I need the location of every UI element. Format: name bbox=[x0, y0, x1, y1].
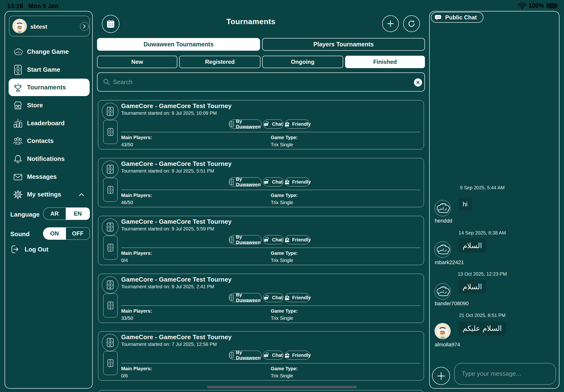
tournament-title: GameCore - GameCore Test Tourney bbox=[121, 276, 232, 283]
refresh-icon bbox=[407, 19, 416, 28]
message-timestamp: 21 Oct 2025, 8:51 PM bbox=[434, 313, 530, 318]
language-option-en[interactable]: EN bbox=[66, 208, 90, 220]
badge-by-duwaween: By Duwaween bbox=[229, 293, 261, 302]
horizontal-scrollbar[interactable] bbox=[207, 386, 357, 388]
tournament-start-date: Tournament started on: 9 Jul 2025, 5:59 … bbox=[121, 226, 214, 232]
filter-new[interactable]: New bbox=[97, 56, 177, 68]
podium-icon bbox=[13, 118, 23, 129]
calendar-button[interactable] bbox=[102, 15, 120, 33]
trophy-icon bbox=[13, 82, 23, 93]
store-icon bbox=[13, 100, 23, 111]
tab-players-tournaments[interactable]: Players Tournaments bbox=[262, 38, 425, 51]
main-players-value: 43/50 bbox=[121, 142, 271, 147]
sidebar-item-label: Change Game bbox=[27, 48, 69, 56]
sidebar-item-contacts[interactable]: Contacts bbox=[9, 132, 90, 150]
game-type-label: Game Type: bbox=[271, 251, 420, 256]
message-timestamp: 9 Sep 2025, 5:44 AM bbox=[434, 185, 530, 191]
badge-label: Chat bbox=[272, 237, 282, 243]
avatar[interactable] bbox=[434, 323, 451, 339]
tournament-card[interactable]: GameCore - GameCore Test Tourney Tournam… bbox=[98, 331, 424, 380]
badge-label: By Duwaween bbox=[236, 234, 261, 245]
badge-chat: Chat bbox=[263, 293, 283, 302]
badge-label: Friendly bbox=[292, 295, 311, 300]
battery-icon bbox=[546, 3, 557, 8]
chat-message-bubble: السلام bbox=[458, 238, 486, 253]
divider bbox=[121, 248, 420, 248]
tournament-title: GameCore - GameCore Test Tourney bbox=[121, 218, 232, 225]
filter-label: Ongoing bbox=[291, 58, 315, 65]
search-clear-button[interactable] bbox=[414, 78, 422, 86]
avatar[interactable] bbox=[434, 200, 451, 216]
sidebar-item-notifications[interactable]: Notifications bbox=[9, 150, 90, 168]
filter-registered[interactable]: Registered bbox=[179, 56, 261, 68]
language-label: Language bbox=[10, 211, 40, 218]
divider bbox=[121, 132, 420, 132]
filter-ongoing[interactable]: Ongoing bbox=[262, 56, 343, 68]
badge-chat: Chat bbox=[263, 351, 283, 360]
sound-toggle: ON OFF bbox=[43, 227, 90, 240]
sidebar-item-messages[interactable]: Messages bbox=[9, 168, 90, 185]
logout-icon bbox=[10, 244, 21, 254]
sidebar-item-leaderboard[interactable]: Leaderboard bbox=[9, 114, 90, 132]
avatar[interactable] bbox=[434, 241, 451, 258]
chat-input-box bbox=[454, 363, 556, 385]
badge-label: By Duwaween bbox=[236, 176, 261, 187]
search-input[interactable] bbox=[113, 74, 409, 90]
refresh-button[interactable] bbox=[403, 15, 420, 32]
tournament-start-date: Tournament started on: 7 Jul 2025, 12:56… bbox=[121, 342, 217, 347]
tab-duwaween-tournaments[interactable]: Duwaween Tournaments bbox=[97, 38, 260, 51]
chat-add-button[interactable] bbox=[432, 367, 450, 385]
badge-by-duwaween: By Duwaween bbox=[229, 351, 261, 360]
chevron-up-icon bbox=[79, 193, 84, 196]
chat-message-input[interactable] bbox=[462, 366, 549, 381]
partial-next-card bbox=[98, 390, 424, 392]
sidebar-item-label: Notifications bbox=[27, 155, 65, 163]
chat-username: mbark22421 bbox=[435, 259, 464, 266]
game-type-value: Trix Single bbox=[271, 258, 420, 263]
chat-username: almolla974 bbox=[435, 342, 460, 348]
close-icon bbox=[416, 81, 420, 84]
profile-expand-button[interactable] bbox=[80, 22, 89, 31]
filter-finished[interactable]: Finished bbox=[345, 56, 425, 68]
badge-by-duwaween: By Duwaween bbox=[229, 177, 261, 186]
user-card[interactable]: sbtest bbox=[9, 16, 90, 36]
badge-friendly: Friendly bbox=[285, 177, 310, 186]
badge-label: Chat bbox=[272, 352, 282, 358]
tournament-card[interactable]: GameCore - GameCore Test Tourney Tournam… bbox=[98, 158, 424, 207]
sidebar-item-store[interactable]: Store bbox=[9, 97, 90, 114]
sound-option-on[interactable]: ON bbox=[43, 227, 66, 240]
tab-label: Players Tournaments bbox=[313, 41, 373, 48]
tournament-card[interactable]: GameCore - GameCore Test Tourney Tournam… bbox=[98, 100, 424, 149]
username: sbtest bbox=[30, 23, 47, 30]
public-chat-header[interactable]: Public Chat bbox=[431, 12, 483, 23]
logout-button[interactable]: Log Out bbox=[10, 244, 49, 254]
game-card-tile bbox=[103, 236, 118, 260]
chat-message-bubble: السلام عليكم bbox=[458, 321, 506, 335]
bell-icon bbox=[13, 154, 23, 165]
avatar bbox=[12, 19, 27, 33]
game-card-tile bbox=[103, 178, 118, 202]
sound-option-off[interactable]: OFF bbox=[66, 227, 90, 240]
sidebar-item-change-game[interactable]: Change Game bbox=[9, 43, 90, 60]
tournament-card[interactable]: GameCore - GameCore Test Tourney Tournam… bbox=[98, 274, 424, 323]
language-option-ar[interactable]: AR bbox=[43, 208, 66, 220]
battery-percent: 100% bbox=[529, 2, 544, 9]
tournament-card[interactable]: GameCore - GameCore Test Tourney Tournam… bbox=[98, 216, 424, 265]
sidebar-item-my-settings[interactable]: My settings bbox=[9, 186, 90, 203]
tournament-start-date: Tournament started on: 9 Jul 2025, 10:09… bbox=[121, 111, 217, 116]
main-players-label: Main Players: bbox=[121, 193, 271, 198]
avatar[interactable] bbox=[434, 283, 451, 299]
message-timestamp: 13 Oct 2025, 12:23 PM bbox=[434, 271, 530, 277]
chat-username: henddd bbox=[435, 218, 452, 224]
tournament-logo-frame bbox=[102, 103, 119, 120]
plus-icon bbox=[386, 20, 395, 28]
badge-label: Friendly bbox=[292, 352, 311, 358]
chat-message-bubble: السلام bbox=[458, 280, 486, 294]
sidebar-item-start-game[interactable]: Start Game bbox=[9, 61, 90, 78]
sidebar-item-tournaments[interactable]: Tournaments bbox=[9, 79, 90, 96]
logout-label: Log Out bbox=[25, 246, 49, 253]
game-card-icon bbox=[13, 64, 23, 75]
add-tournament-button[interactable] bbox=[382, 15, 399, 32]
sidebar-item-label: Contacts bbox=[27, 137, 54, 145]
badge-label: Friendly bbox=[292, 237, 311, 243]
